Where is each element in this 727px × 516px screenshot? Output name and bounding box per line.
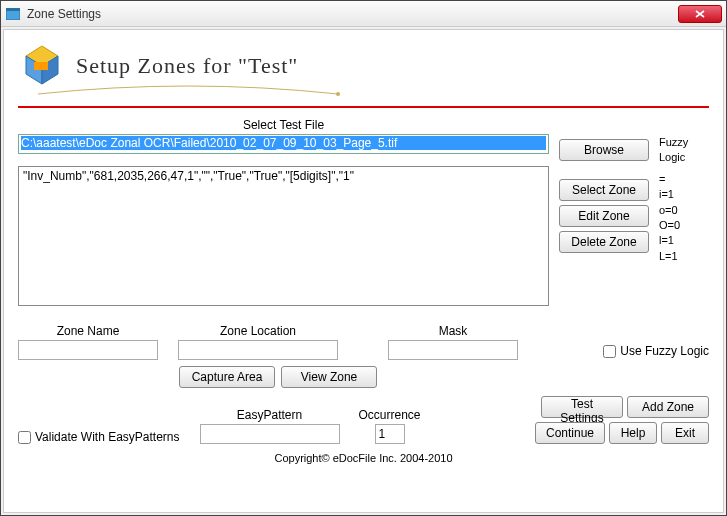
close-button[interactable]: [678, 5, 722, 23]
zone-location-input[interactable]: [178, 340, 338, 360]
svg-marker-5: [34, 62, 48, 70]
zone-name-input[interactable]: [18, 340, 158, 360]
copyright-text: Copyright© eDocFile Inc. 2004-2010: [18, 452, 709, 464]
svg-rect-0: [6, 10, 20, 20]
view-zone-button[interactable]: View Zone: [281, 366, 377, 388]
add-zone-button[interactable]: Add Zone: [627, 396, 709, 418]
browse-button[interactable]: Browse: [559, 139, 649, 161]
page-title: Setup Zones for "Test": [76, 53, 298, 79]
exit-button[interactable]: Exit: [661, 422, 709, 444]
mask-input[interactable]: [388, 340, 518, 360]
window-title: Zone Settings: [27, 7, 678, 21]
test-settings-button[interactable]: Test Settings: [541, 396, 623, 418]
select-file-label: Select Test File: [18, 118, 549, 132]
file-path-input[interactable]: C:\aaatest\eDoc Zonal OCR\Failed\2010_02…: [18, 134, 549, 154]
divider-red: [18, 106, 709, 108]
mask-label: Mask: [439, 324, 468, 338]
validate-easypatterns-label: Validate With EasyPatterns: [35, 430, 180, 444]
fields-row: Zone Name Zone Location Mask Use Fuzzy L…: [18, 324, 709, 360]
svg-point-6: [336, 92, 340, 96]
close-icon: [695, 10, 705, 18]
fuzzy-lines: = i=1 o=0 O=0 l=1 L=1: [659, 172, 709, 264]
svg-rect-1: [6, 8, 20, 11]
zone-list[interactable]: "Inv_Numb","681,2035,266,47,1","","True"…: [18, 166, 549, 306]
app-icon: [5, 6, 21, 22]
easypattern-input[interactable]: [200, 424, 340, 444]
content-area: Setup Zones for "Test" Select Test File …: [3, 29, 724, 513]
help-button[interactable]: Help: [609, 422, 657, 444]
capture-area-button[interactable]: Capture Area: [179, 366, 275, 388]
zone-name-label: Zone Name: [57, 324, 120, 338]
validate-easypatterns-checkbox[interactable]: [18, 431, 31, 444]
zone-list-item[interactable]: "Inv_Numb","681,2035,266,47,1","","True"…: [23, 169, 544, 183]
capture-view-row: Capture Area View Zone: [178, 366, 378, 388]
continue-button[interactable]: Continue: [535, 422, 605, 444]
zone-location-label: Zone Location: [220, 324, 296, 338]
edit-zone-button[interactable]: Edit Zone: [559, 205, 649, 227]
easypattern-row: Validate With EasyPatterns EasyPattern O…: [18, 396, 709, 444]
use-fuzzy-label: Use Fuzzy Logic: [620, 344, 709, 358]
use-fuzzy-checkbox[interactable]: [603, 345, 616, 358]
fuzzy-logic-legend: Fuzzy Logic = i=1 o=0 O=0 l=1 L=1: [659, 118, 709, 306]
file-section: Select Test File C:\aaatest\eDoc Zonal O…: [18, 118, 709, 306]
easypattern-label: EasyPattern: [237, 408, 302, 422]
zone-settings-window: Zone Settings Setup Zones for "Test" Sel: [0, 0, 727, 516]
swoosh-decoration: [28, 82, 709, 100]
delete-zone-button[interactable]: Delete Zone: [559, 231, 649, 253]
titlebar: Zone Settings: [1, 1, 726, 27]
occurrence-input[interactable]: [375, 424, 405, 444]
fuzzy-title: Fuzzy Logic: [659, 135, 709, 166]
select-zone-button[interactable]: Select Zone: [559, 179, 649, 201]
occurrence-label: Occurrence: [359, 408, 421, 422]
